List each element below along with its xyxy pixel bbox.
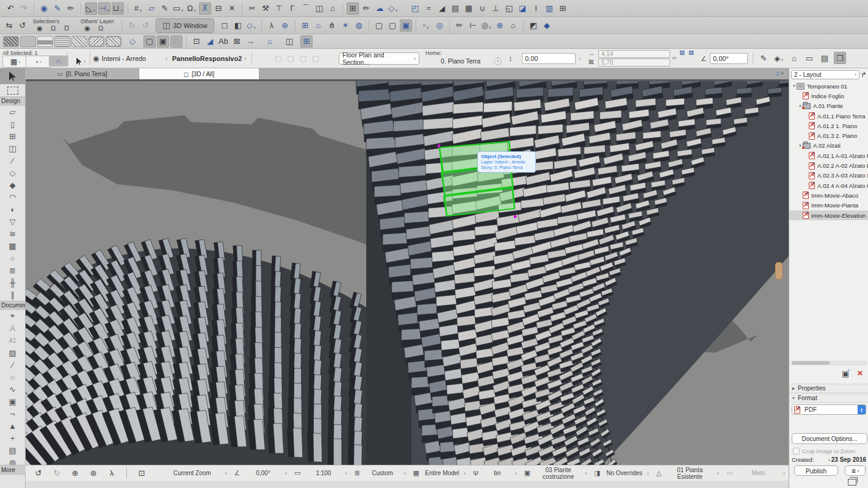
zoom-back-icon[interactable]: ↺	[32, 467, 45, 479]
project-chooser-icon[interactable]: ◈∨	[773, 52, 785, 64]
orientation-dropdown-icon[interactable]: ◇∨	[245, 20, 258, 32]
tripod-icon[interactable]: ⋔	[326, 20, 338, 32]
gravity-icon[interactable]: ⊼	[199, 2, 211, 15]
schedule-icon[interactable]: ▥	[543, 2, 555, 15]
fit-frame-icon[interactable]: ⊠	[231, 35, 243, 48]
new-layout-button[interactable]: ▣+	[842, 369, 849, 378]
tree-item[interactable]: A.01.2 1. Piano	[789, 121, 868, 131]
corner-window-icon[interactable]: ◱	[503, 2, 515, 15]
interior-elevation-tool[interactable]: +	[0, 432, 25, 444]
render-icon[interactable]: ◆	[541, 20, 553, 32]
format-section-header[interactable]: ▼ Format	[789, 393, 868, 403]
snap-reference-icon[interactable]: ⊔∨	[112, 2, 124, 15]
tree-item[interactable]: Imm-Movie-Elevation	[789, 210, 868, 220]
reset-view-icon[interactable]: ↺	[139, 20, 151, 32]
half-size-icon[interactable]: ⊡	[170, 35, 183, 48]
structure-display-segment[interactable]: ▦Entire Model›	[409, 465, 469, 481]
fill-pattern-dense-icon[interactable]	[3, 36, 19, 47]
3d-home-icon[interactable]: ⌂	[313, 20, 325, 32]
expanded-arrow-icon[interactable]: ▼	[792, 84, 797, 88]
view-settings-selector[interactable]: Floor Plan and Section... ›	[339, 52, 419, 65]
show-layer-eye-icon[interactable]: ◉	[81, 24, 93, 33]
hook-icon[interactable]: ∪	[476, 2, 488, 15]
tree-item[interactable]: A.02.2 A-02 Alzato Est	[789, 160, 868, 170]
morph-tool[interactable]: ◗	[0, 203, 25, 215]
tree-item[interactable]: A.01.3 2. Piano	[789, 131, 868, 140]
zoom-segment[interactable]: Current Zoom›	[154, 465, 231, 481]
pen-set-segment[interactable]: Ψbn›	[469, 465, 521, 481]
copy-view-icon[interactable]: ▢	[373, 20, 385, 32]
3d-cutting-planes-icon[interactable]: ◧	[232, 20, 244, 32]
fill-pattern-diag-icon[interactable]	[89, 36, 104, 47]
perspective-grid-icon[interactable]: ⊞	[299, 20, 311, 32]
rotate-icon[interactable]: ↺	[16, 20, 29, 32]
toolbox-more-bottom-header[interactable]: More	[0, 465, 26, 475]
vr-sphere-icon[interactable]: ◍	[353, 20, 365, 32]
geometry-method-icons[interactable]: ▢▢▢▢	[275, 54, 324, 63]
figure-tool[interactable]: ▣	[0, 395, 25, 407]
frame-b-icon[interactable]: ▣	[157, 35, 169, 48]
fill-pattern-hlines-icon[interactable]	[54, 36, 70, 47]
snap-guides-icon[interactable]: ⊣∨	[98, 2, 110, 15]
sun-home-icon[interactable]: ⌂	[507, 20, 519, 32]
brush-icon[interactable]: ⊥	[490, 2, 502, 15]
link-chain-icon[interactable]: ∞	[672, 54, 676, 61]
navigator-scrollbar[interactable]	[790, 361, 867, 365]
detail-tool[interactable]: ◍	[0, 456, 25, 465]
resize-icon[interactable]: ◫	[313, 2, 325, 15]
overrides-segment[interactable]: ◨No Overrides›	[590, 465, 653, 481]
tree-item[interactable]: Imm-Movie-Pianta	[789, 201, 868, 210]
beam-tool[interactable]: ∕	[0, 154, 25, 167]
zoom-forward-icon[interactable]: ↻	[51, 467, 63, 479]
paste-view-icon[interactable]: ▢	[386, 20, 399, 32]
roof-accessories-icon[interactable]: ◢	[436, 2, 448, 15]
tree-item[interactable]: A.02.4 A-04 Alzato Ov	[789, 181, 868, 190]
tree-item[interactable]: ▼A.01 Piante	[789, 101, 868, 111]
spline-tool[interactable]: ∿	[0, 383, 25, 395]
pen-icon[interactable]: ✎	[159, 2, 171, 15]
skylight-icon[interactable]: ◪	[516, 2, 529, 15]
delete-button[interactable]: ✕	[857, 369, 863, 378]
mirror-icon[interactable]: ⇆	[3, 20, 15, 32]
units-segment[interactable]: ▭Metri›	[723, 465, 789, 481]
skewed-grid-icon[interactable]: ▱	[145, 2, 157, 15]
label-tool[interactable]: A1	[0, 334, 25, 346]
redo-icon[interactable]: ↷	[18, 2, 30, 15]
arrow-tool[interactable]	[0, 68, 25, 84]
home-story-icon[interactable]: ⌂	[264, 35, 276, 48]
relative-coords-toggle-icon[interactable]: ⊠	[689, 49, 694, 57]
fill-pattern-solid-icon[interactable]	[20, 36, 36, 47]
zoom-in-icon[interactable]: ⊕	[69, 467, 81, 479]
publish-button[interactable]: Publish	[794, 465, 838, 476]
orbit-icon[interactable]: ⊛	[279, 20, 291, 32]
suspend-groups-icon[interactable]: ↻	[126, 20, 138, 32]
walk-status-icon[interactable]: λ	[106, 467, 118, 479]
marquee-tool[interactable]	[0, 84, 25, 96]
pick-up-parameters-icon[interactable]: ◉	[38, 2, 50, 15]
tree-item[interactable]: A.01.1 Piano Terra	[789, 111, 868, 121]
diamond-marker-icon[interactable]: ◇	[126, 35, 139, 48]
panel-accessories-icon[interactable]: ▤	[449, 2, 461, 15]
tab-3d-all[interactable]: ◻ [3D / All]	[139, 68, 259, 79]
arrow-tool-button[interactable]: ›	[70, 56, 92, 66]
mesh-tool[interactable]: ≋	[0, 228, 25, 240]
unlock-selection-icon[interactable]: Ʊ	[60, 24, 73, 33]
fill-tool[interactable]: ▨	[0, 346, 25, 359]
fill-pattern-cross2-icon[interactable]	[106, 36, 121, 47]
dy-field[interactable]: 5,70	[598, 59, 670, 66]
selection-settings-button[interactable]: ▦›	[2, 56, 28, 68]
3d-scene-canvas[interactable]	[26, 79, 789, 465]
sun-icon[interactable]: ☀	[339, 20, 352, 32]
crop-image-checkbox-row[interactable]: Crop Image to Zoom	[793, 448, 855, 454]
3d-cutaway-icon[interactable]: ◻	[219, 20, 231, 32]
elevation-field[interactable]: 0,00	[522, 53, 576, 64]
scale-segment[interactable]: ▭1:100›	[291, 465, 350, 481]
wall-tool[interactable]: ▱	[0, 106, 25, 118]
frame-a-icon[interactable]: ▢	[143, 35, 156, 48]
absolute-coords-icon[interactable]: ⊠	[679, 49, 685, 57]
tree-item[interactable]: Imm-Movie-Abaco	[789, 190, 868, 200]
marquee-3d-icon[interactable]: ▫∨	[420, 20, 432, 32]
circle-tool[interactable]: ○	[0, 371, 25, 383]
hatch-angle-icon[interactable]: ◢	[204, 35, 216, 48]
snap-grid-icon[interactable]: #∨	[132, 2, 144, 15]
